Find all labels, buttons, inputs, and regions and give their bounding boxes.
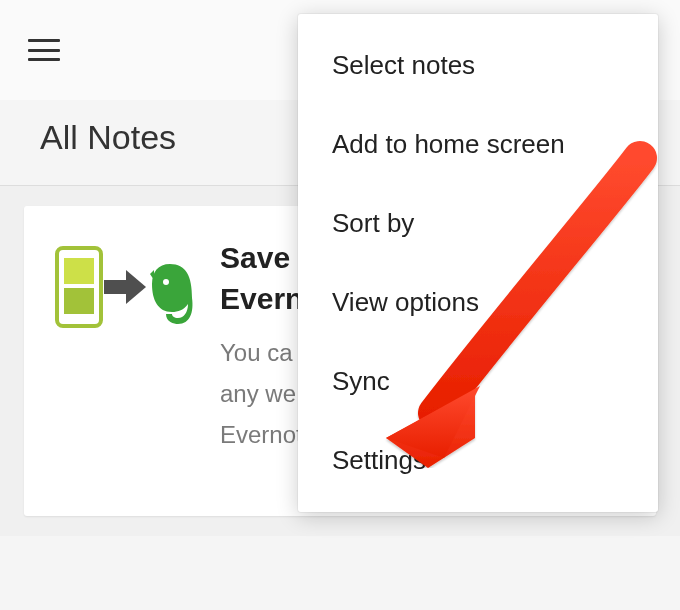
overflow-menu: Select notes Add to home screen Sort by …: [298, 14, 658, 512]
menu-item-sync[interactable]: Sync: [298, 342, 658, 421]
menu-item-view-options[interactable]: View options: [298, 263, 658, 342]
menu-item-add-to-home-screen[interactable]: Add to home screen: [298, 105, 658, 184]
svg-point-5: [163, 279, 169, 285]
hamburger-icon[interactable]: [28, 39, 60, 61]
svg-marker-4: [126, 270, 146, 304]
menu-item-sort-by[interactable]: Sort by: [298, 184, 658, 263]
menu-item-select-notes[interactable]: Select notes: [298, 26, 658, 105]
svg-rect-2: [64, 288, 94, 314]
svg-rect-1: [64, 258, 94, 284]
save-to-evernote-icon: [54, 244, 194, 334]
menu-item-settings[interactable]: Settings: [298, 421, 658, 500]
promo-card-body: You ca any we Evernot: [220, 333, 303, 455]
promo-card-text: Save Evern You ca any we Evernot: [220, 238, 303, 455]
svg-rect-3: [104, 280, 126, 294]
promo-card-title: Save Evern: [220, 238, 303, 319]
